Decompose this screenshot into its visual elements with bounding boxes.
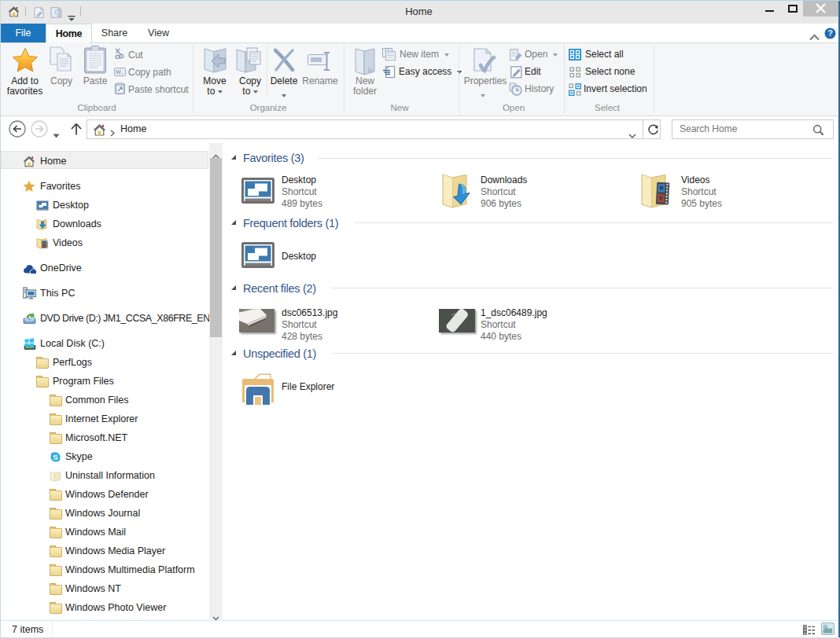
svg-text:S: S xyxy=(53,453,57,461)
svg-text:?: ? xyxy=(827,28,833,38)
svg-text:W..: W.. xyxy=(116,69,123,75)
